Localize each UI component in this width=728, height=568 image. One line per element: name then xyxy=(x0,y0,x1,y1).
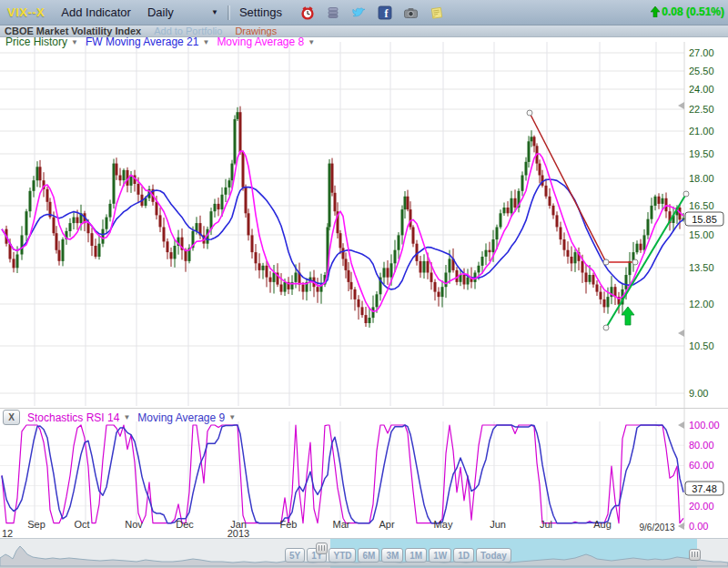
candle-body xyxy=(563,239,566,250)
indicator-value-box-text: 37.48 xyxy=(692,483,717,494)
candle-body xyxy=(592,275,595,285)
horizontal-line-handle[interactable] xyxy=(632,259,638,265)
stoch-ma-line xyxy=(2,425,683,523)
main-legend-item-0[interactable]: Price History▼ xyxy=(5,36,78,48)
range-button-1m[interactable]: 1M xyxy=(405,548,427,563)
candle-body xyxy=(280,285,283,292)
range-button-1w[interactable]: 1W xyxy=(429,548,451,563)
axis-marker-icon xyxy=(678,522,684,530)
indicator-tick-label: 0.00 xyxy=(689,521,708,532)
chevron-down-icon: ▼ xyxy=(228,413,236,421)
candle-body xyxy=(334,193,337,211)
candle-body xyxy=(196,223,198,231)
price-tick-label: 10.50 xyxy=(689,340,714,351)
uptrend-line[interactable] xyxy=(606,194,686,328)
year-label: 2013 xyxy=(228,528,249,539)
candle-body xyxy=(600,292,602,299)
candle-body xyxy=(242,152,245,188)
indicator-legend: X Stochastics RSI 14▼Moving Average 9▼ xyxy=(3,410,243,425)
add-indicator-button[interactable]: Add Indicator xyxy=(61,5,131,19)
navigator-right-handle[interactable] xyxy=(689,549,701,561)
candle-body xyxy=(98,244,101,257)
main-legend-item-2[interactable]: Moving Average 8▼ xyxy=(217,36,315,48)
uptrend-line-handle[interactable] xyxy=(683,191,689,197)
navigator-left-handle[interactable] xyxy=(316,543,328,554)
price-tick-label: 9.00 xyxy=(689,388,708,399)
chevron-down-icon: ▼ xyxy=(202,38,209,46)
candle-body xyxy=(500,213,502,227)
chart-canvas[interactable]: 27.0025.5024.0022.5021.0019.5018.0016.50… xyxy=(0,0,728,568)
candle-body xyxy=(651,206,653,219)
indicator-tick-label: 80.00 xyxy=(689,440,714,451)
candle-body xyxy=(625,275,628,289)
indicator-legend-item-0[interactable]: Stochastics RSI 14▼ xyxy=(27,411,130,424)
chevron-down-icon: ▼ xyxy=(71,38,78,46)
symbol-label[interactable]: VIX--X xyxy=(7,5,45,19)
axis-marker-icon xyxy=(678,421,684,429)
indicator-tick-label: 100.00 xyxy=(689,420,720,431)
candle-body xyxy=(654,197,657,206)
indicator-close-button[interactable]: X xyxy=(3,410,20,425)
price-tick-label: 15.00 xyxy=(689,229,714,240)
candle-body xyxy=(643,235,646,249)
downtrend-line-handle[interactable] xyxy=(527,110,532,116)
candle-body xyxy=(156,202,158,216)
candle-body xyxy=(342,248,345,259)
candle-body xyxy=(123,170,126,180)
range-button-ytd[interactable]: YTD xyxy=(329,548,356,563)
candle-body xyxy=(102,229,105,244)
candle-body xyxy=(329,164,331,228)
candle-body xyxy=(390,263,393,277)
facebook-icon[interactable]: f xyxy=(378,5,392,20)
uptrend-line-handle[interactable] xyxy=(603,325,609,330)
snapshot-camera-icon[interactable] xyxy=(403,5,419,20)
month-label: May xyxy=(434,519,453,530)
candle-body xyxy=(574,252,577,263)
alarm-icon[interactable] xyxy=(300,5,315,20)
candle-body xyxy=(62,239,65,261)
range-button-3m[interactable]: 3M xyxy=(381,548,403,563)
range-button-1d[interactable]: 1D xyxy=(453,548,474,563)
candle-body xyxy=(258,263,261,270)
range-button-today[interactable]: Today xyxy=(476,548,511,563)
settings-button[interactable]: Settings xyxy=(239,5,282,19)
candle-body xyxy=(387,268,389,277)
month-label: Apr xyxy=(379,519,394,530)
portfolio-icon[interactable] xyxy=(326,5,340,20)
candle-body xyxy=(228,180,231,188)
interval-dropdown[interactable]: Daily ▼ xyxy=(147,5,218,19)
candle-body xyxy=(571,257,573,263)
range-button-6m[interactable]: 6M xyxy=(358,548,379,563)
notes-icon[interactable] xyxy=(430,5,444,20)
gridlines xyxy=(0,42,728,526)
main-legend-label-0: Price History xyxy=(5,36,67,48)
last-date-label: 9/6/2013 xyxy=(640,522,675,532)
candle-body xyxy=(492,239,495,252)
axis-marker-icon xyxy=(678,102,684,109)
up-arrow[interactable] xyxy=(622,307,634,325)
price-tick-label: 27.00 xyxy=(689,47,714,58)
interval-value: Daily xyxy=(147,5,174,19)
candle-body xyxy=(545,186,548,197)
main-legend-item-1[interactable]: FW Moving Average 21▼ xyxy=(86,36,209,48)
candle-body xyxy=(525,162,528,176)
twitter-icon[interactable] xyxy=(351,5,367,20)
candle-body xyxy=(174,246,177,259)
candle-body xyxy=(317,287,319,291)
candle-body xyxy=(106,218,108,229)
candle-body xyxy=(647,219,650,236)
range-button-5y[interactable]: 5Y xyxy=(285,548,305,563)
candle-body xyxy=(503,208,506,213)
candle-body xyxy=(170,252,173,259)
candle-body xyxy=(528,141,531,162)
candle-body xyxy=(560,228,562,240)
candle-body xyxy=(46,189,49,202)
horizontal-line-handle[interactable] xyxy=(603,259,609,265)
candle-body xyxy=(248,213,250,235)
candle-body xyxy=(25,211,28,235)
price-tick-label: 13.50 xyxy=(689,262,714,273)
candle-body xyxy=(350,282,353,289)
candle-body xyxy=(137,184,140,195)
indicator-legend-item-1[interactable]: Moving Average 9▼ xyxy=(137,411,236,424)
downtrend-line[interactable] xyxy=(530,113,606,262)
